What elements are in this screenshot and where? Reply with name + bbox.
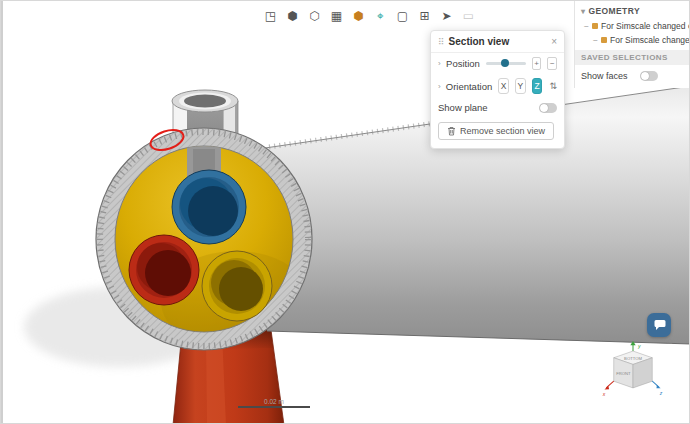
geometry-header: GEOMETRY — [588, 6, 640, 16]
collapse-icon[interactable]: − — [584, 21, 589, 31]
close-icon[interactable]: × — [551, 36, 557, 47]
select-add-icon[interactable]: ⊞ — [415, 6, 434, 25]
scale-bar-label: 0.02 m — [238, 398, 310, 405]
view-orientation-cube[interactable]: ⌂ y BOTTOM FRONT x z — [595, 341, 671, 403]
geometry-cube-icon — [592, 23, 598, 29]
measure-icon[interactable]: ▭ — [459, 6, 478, 25]
show-faces-toggle[interactable] — [640, 71, 658, 81]
remove-section-view-button[interactable]: Remove section view — [438, 122, 554, 140]
select-box-icon[interactable]: ▢ — [393, 6, 412, 25]
scale-bar-line — [238, 406, 310, 408]
show-plane-toggle[interactable] — [539, 103, 557, 113]
node-grid-icon[interactable]: ▦ — [327, 6, 346, 25]
tree-item-geometry-1[interactable]: − For Simscale changed outl... — [575, 19, 689, 33]
pick-point-icon[interactable]: ➤ — [437, 6, 456, 25]
axis-y-button[interactable]: Y — [515, 78, 526, 94]
saved-selections-header: SAVED SELECTIONS — [575, 50, 689, 65]
chevron-right-icon[interactable]: › — [438, 82, 442, 91]
chevron-down-icon[interactable]: ▾ — [581, 7, 585, 16]
axis-z-label: z — [659, 390, 663, 396]
position-increase-button[interactable]: + — [532, 57, 542, 70]
chevron-right-icon[interactable]: › — [438, 59, 442, 68]
show-faces-label: Show faces — [581, 71, 628, 81]
position-row: › Position + − — [431, 53, 564, 74]
drag-handle-icon[interactable]: ⠿ — [438, 37, 445, 47]
main-toolbar: ◳ ⬢ ⬡ ▦ ⬢ ⌖ ▢ ⊞ ➤ ▭ — [261, 6, 478, 25]
axis-z-button[interactable]: Z — [532, 78, 543, 94]
section-view-panel: ⠿ Section view × › Position + − › Orient… — [430, 30, 565, 149]
mesh-outline-icon[interactable]: ⬡ — [305, 6, 324, 25]
position-slider[interactable] — [486, 62, 526, 65]
show-plane-row: Show plane — [431, 98, 564, 117]
flip-orientation-icon[interactable]: ⇅ — [549, 81, 557, 91]
axis-x-label: x — [602, 391, 606, 397]
cube-face-front-label: FRONT — [616, 371, 631, 376]
show-plane-label: Show plane — [438, 102, 488, 113]
home-view-icon[interactable]: ⌂ — [667, 335, 673, 346]
axis-x-button[interactable]: X — [498, 78, 509, 94]
scale-bar: 0.02 m — [238, 398, 310, 408]
scene-tree-panel: ▾ GEOMETRY − For Simscale changed outl..… — [574, 1, 689, 88]
show-faces-row: Show faces — [575, 65, 689, 83]
geometry-cube-icon — [601, 37, 607, 43]
mesh-solid-icon[interactable]: ⬢ — [283, 6, 302, 25]
cube-face-top-label: BOTTOM — [624, 356, 642, 361]
pin-probe-icon[interactable]: ⌖ — [371, 6, 390, 25]
position-decrease-button[interactable]: − — [547, 57, 557, 70]
collapse-icon[interactable]: − — [593, 35, 598, 45]
viewcube-svg: y BOTTOM FRONT x z — [595, 341, 671, 403]
panel-title: Section view — [449, 36, 548, 47]
help-chat-button[interactable] — [647, 313, 671, 337]
chat-bubble-icon — [653, 319, 666, 331]
tree-item-label: For Simscale changed outl... — [601, 21, 689, 31]
toggle-knob — [641, 72, 649, 80]
axis-y-label: y — [637, 343, 641, 349]
toggle-knob — [540, 104, 548, 112]
remove-section-view-label: Remove section view — [460, 126, 545, 136]
pipe-blue[interactable] — [172, 170, 246, 244]
tree-item-geometry-2[interactable]: − For Simscale changed ... — [575, 33, 689, 47]
orientation-label: Orientation — [446, 81, 492, 92]
tree-item-label: For Simscale changed ... — [610, 35, 689, 45]
trash-icon — [447, 126, 456, 136]
orientation-row: › Orientation X Y Z ⇅ — [431, 74, 564, 98]
position-label: Position — [446, 58, 480, 69]
pipe-red[interactable] — [129, 235, 199, 305]
slider-thumb[interactable] — [501, 59, 509, 67]
window-edge — [1, 1, 3, 423]
section-panel-header: ⠿ Section view × — [431, 31, 564, 53]
mesh-section-icon[interactable]: ⬢ — [349, 6, 368, 25]
view-cube-icon[interactable]: ◳ — [261, 6, 280, 25]
geometry-header-row[interactable]: ▾ GEOMETRY — [575, 1, 689, 19]
pipe-yellow[interactable] — [202, 251, 272, 321]
